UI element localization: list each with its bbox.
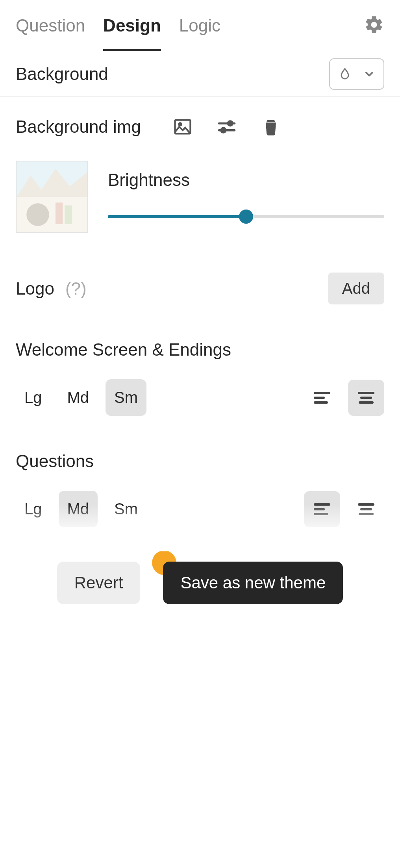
- questions-size-sm[interactable]: Sm: [106, 491, 146, 527]
- align-left-icon: [313, 500, 331, 519]
- revert-button[interactable]: Revert: [57, 562, 141, 604]
- svg-point-1: [179, 123, 181, 126]
- align-center-icon: [357, 500, 376, 519]
- questions-title: Questions: [16, 451, 384, 471]
- logo-label: Logo: [16, 279, 54, 299]
- tab-question[interactable]: Question: [16, 0, 85, 51]
- logo-help[interactable]: (?): [65, 279, 87, 299]
- brightness-label: Brightness: [108, 170, 384, 190]
- svg-rect-12: [17, 161, 87, 232]
- background-img-section: Background img Brightness: [0, 97, 400, 257]
- tab-logic[interactable]: Logic: [179, 0, 220, 51]
- welcome-section: Welcome Screen & Endings Lg Md Sm: [0, 320, 400, 443]
- welcome-size-lg[interactable]: Lg: [16, 379, 51, 416]
- svg-point-4: [228, 121, 232, 126]
- svg-point-5: [221, 128, 226, 132]
- save-as-new-theme-button[interactable]: Save as new theme: [163, 562, 343, 604]
- align-left-icon: [313, 388, 331, 407]
- chevron-down-icon: [363, 68, 376, 80]
- gear-icon[interactable]: [364, 15, 384, 37]
- sliders-icon[interactable]: [217, 117, 237, 137]
- tab-design[interactable]: Design: [103, 0, 161, 51]
- background-img-label: Background img: [16, 117, 141, 137]
- slider-thumb[interactable]: [239, 210, 253, 224]
- welcome-align-center[interactable]: [348, 380, 384, 416]
- add-logo-button[interactable]: Add: [328, 273, 384, 304]
- questions-size-lg[interactable]: Lg: [16, 491, 51, 527]
- align-center-icon: [357, 388, 376, 407]
- image-icon[interactable]: [172, 117, 193, 137]
- background-img-thumbnail[interactable]: [16, 161, 88, 233]
- questions-section: Questions Lg Md Sm: [0, 443, 400, 555]
- brightness-slider[interactable]: [108, 210, 384, 224]
- tabs: Question Design Logic: [0, 0, 400, 51]
- background-label: Background: [16, 64, 108, 84]
- questions-align-center[interactable]: [348, 491, 384, 527]
- background-color-picker[interactable]: [329, 58, 384, 90]
- questions-align-left[interactable]: [304, 491, 340, 527]
- background-section: Background: [0, 51, 400, 97]
- logo-section: Logo (?) Add: [0, 257, 400, 320]
- welcome-size-md[interactable]: Md: [59, 379, 98, 416]
- questions-size-md[interactable]: Md: [59, 491, 98, 527]
- welcome-title: Welcome Screen & Endings: [16, 340, 384, 360]
- droplet-icon: [338, 67, 352, 81]
- trash-icon[interactable]: [261, 117, 281, 137]
- welcome-size-sm[interactable]: Sm: [106, 379, 146, 416]
- footer: Revert Save as new theme: [0, 562, 400, 604]
- welcome-align-left[interactable]: [304, 380, 340, 416]
